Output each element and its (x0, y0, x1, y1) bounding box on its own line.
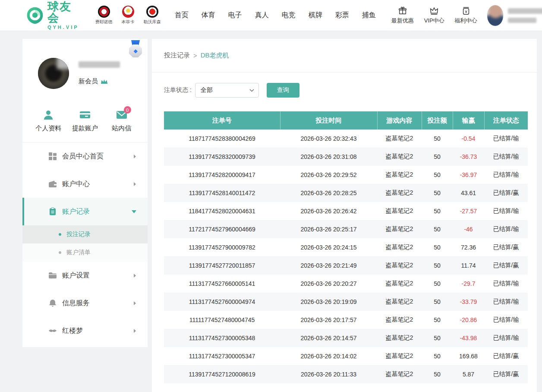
logo-icon (26, 6, 44, 25)
table-row: 111317745276600051412026-03-26 20:20:27盗… (164, 275, 528, 293)
partner-label: 本菲卡 (122, 19, 135, 25)
table-row: 111317745276000049742026-03-26 20:19:09盗… (164, 293, 528, 311)
sidebar-subitem[interactable]: 投注记录 (22, 225, 148, 243)
logo-text: 球友会 QYH.VIP (47, 1, 81, 30)
game-name: 盗墓笔记2 (377, 148, 422, 166)
chevron-right-icon (133, 329, 136, 333)
table-row: 118717745283800042692026-03-26 20:32:43盗… (164, 130, 528, 148)
page: 球友会 QYH.VIP 费耶诺德本菲卡勒沃库森 首页体育电子真人电竞棋牌彩票捕鱼… (0, 0, 542, 392)
partner-label: 费耶诺德 (95, 19, 113, 25)
order-status: 已结算/输 (484, 148, 528, 166)
order-status: 已结算/输 (484, 130, 528, 148)
bullet-icon (59, 251, 61, 254)
bet-amount: 50 (422, 202, 453, 220)
sidebar-item-label: 账户记录 (62, 207, 132, 216)
win-loss: 43.61 (453, 184, 484, 202)
bet-amount: 50 (422, 275, 453, 293)
quick-action-label: 提款账户 (72, 124, 98, 133)
nav-item[interactable]: 捕鱼 (362, 11, 376, 20)
promo-label: 福利中心 (455, 17, 477, 25)
sidebar-item[interactable]: 信息服务 (22, 289, 148, 317)
win-loss: 5.87 (453, 365, 484, 383)
benfica-badge (122, 6, 134, 18)
order-no: 11871774528380004269 (164, 130, 280, 148)
sidebar-item[interactable]: 红楼梦 (22, 317, 148, 345)
profile-avatar[interactable] (38, 58, 69, 89)
order-status: 已结算/输 (484, 311, 528, 329)
bet-amount: 50 (422, 130, 453, 148)
card-icon (79, 109, 91, 120)
main-content: 投注记录 > DB老虎机 注单状态 : 全部 查询 注单号投注时间游戏内容投注额… (152, 39, 537, 392)
order-no: 11391774528320009739 (164, 148, 280, 166)
site-logo[interactable]: 球友会 QYH.VIP (26, 1, 81, 30)
table-column-header: 输赢 (453, 111, 484, 130)
chevron-right-icon (133, 301, 136, 306)
sidebar-item-label: 红楼梦 (62, 326, 133, 335)
nav-item[interactable]: 电竞 (282, 11, 296, 20)
search-button[interactable]: 查询 (267, 83, 299, 98)
order-no: 11391774527900009782 (164, 238, 280, 256)
sidebar-item[interactable]: 会员中心首页 (22, 142, 148, 170)
nav-item[interactable]: 体育 (202, 11, 215, 20)
order-status: 已结算/输 (484, 329, 528, 347)
sidebar-subitem-label: 投注记录 (66, 231, 91, 238)
game-name: 盗墓笔记2 (377, 347, 422, 365)
nav-item[interactable]: 棋牌 (309, 11, 322, 20)
feyenoord-badge (98, 6, 110, 18)
nav-item[interactable]: 真人 (255, 11, 269, 20)
sidebar-item[interactable]: 账户记录 (22, 198, 148, 225)
bullet-icon (59, 233, 61, 236)
breadcrumb-parent[interactable]: 投注记录 (164, 51, 190, 60)
table-row: 113917745279000097822026-03-26 20:24:15盗… (164, 238, 528, 256)
game-name: 盗墓笔记2 (377, 311, 422, 329)
partner-link[interactable]: 勒沃库森 (143, 6, 162, 25)
level-medal-icon: ◆ (129, 40, 142, 60)
nav-item[interactable]: 首页 (175, 11, 189, 20)
promo-links: 最新优惠VIP中心¥福利中心 (391, 6, 477, 25)
table-column-header: 注单状态 (484, 111, 528, 130)
triangle-down-icon (132, 210, 136, 213)
svg-text:¥: ¥ (464, 9, 467, 14)
sidebar-item[interactable]: 账户设置 (22, 262, 148, 289)
order-status: 已结算/赢 (484, 238, 528, 256)
quick-action[interactable]: 个人资料 (30, 109, 67, 133)
sidebar-item-label: 会员中心首页 (62, 152, 133, 161)
sidebar-item[interactable]: 账户中心 (22, 170, 148, 198)
status-select-value: 全部 (201, 86, 213, 94)
table-row: 117217745279600046692026-03-26 20:25:17盗… (164, 220, 528, 238)
bet-amount: 50 (422, 293, 453, 311)
table-row: 113917745283200097392026-03-26 20:31:08盗… (164, 148, 528, 166)
quick-action[interactable]: 0站内信 (103, 109, 140, 133)
bet-time: 2026-03-26 20:14:02 (280, 347, 377, 365)
order-status: 已结算/赢 (484, 347, 528, 365)
medal-disc: ◆ (129, 44, 142, 57)
grid-icon (48, 152, 57, 161)
promo-link[interactable]: 最新优惠 (391, 6, 414, 25)
bet-time: 2026-03-26 20:28:25 (280, 184, 377, 202)
user-avatar[interactable] (487, 5, 504, 26)
sidebar-subitem-label: 账户清单 (66, 249, 91, 256)
nav-item[interactable]: 电子 (228, 11, 242, 20)
table-row: 113917745281400114722026-03-26 20:28:25盗… (164, 184, 528, 202)
promo-link[interactable]: VIP中心 (424, 6, 444, 25)
gift-icon (398, 6, 407, 16)
status-select[interactable]: 全部 (195, 83, 259, 98)
nav-item[interactable]: 彩票 (335, 11, 349, 20)
game-name: 盗墓笔记2 (377, 293, 422, 311)
bet-time: 2026-03-26 20:20:27 (280, 275, 377, 293)
promo-label: VIP中心 (424, 17, 444, 25)
breadcrumb: 投注记录 > DB老虎机 (152, 39, 537, 73)
chevron-down-icon (249, 89, 254, 92)
partner-link[interactable]: 费耶诺德 (95, 6, 113, 25)
crown-icon (429, 6, 439, 16)
table-column-header: 投注时间 (280, 111, 377, 130)
sidebar-subitem[interactable]: 账户清单 (22, 243, 148, 262)
bet-time: 2026-03-26 20:29:52 (280, 166, 377, 184)
quick-action[interactable]: 提款账户 (67, 109, 104, 133)
order-no: 11131774527300005348 (164, 329, 280, 347)
win-loss: -27.57 (453, 202, 484, 220)
promo-link[interactable]: ¥福利中心 (455, 6, 477, 25)
partner-link[interactable]: 本菲卡 (119, 6, 138, 25)
bet-amount: 50 (422, 220, 453, 238)
bet-table: 注单号投注时间游戏内容投注额输赢注单状态 1187177452838000426… (164, 111, 528, 383)
